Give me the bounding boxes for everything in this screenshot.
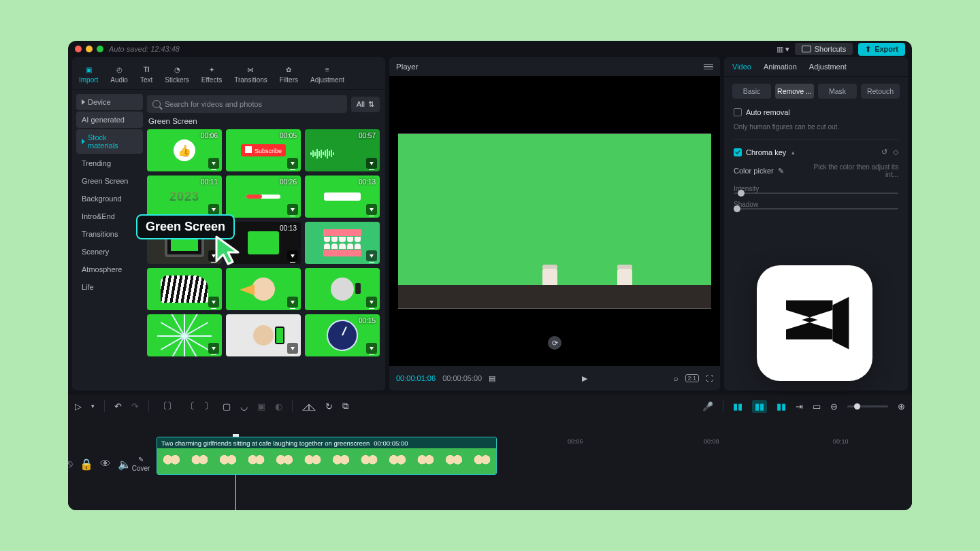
tab-animation[interactable]: Animation xyxy=(764,63,797,73)
thumb-doctor-phone[interactable] xyxy=(226,314,301,356)
intensity-slider[interactable] xyxy=(734,193,898,194)
mirror-icon[interactable]: ◿◺ xyxy=(302,401,316,412)
auto-removal-toggle[interactable]: Auto removal xyxy=(734,108,898,116)
sidebar-stock[interactable]: Stock materials xyxy=(76,129,143,154)
compare-icon[interactable]: ▤ xyxy=(489,374,495,383)
magnet-c-icon[interactable]: ▮▮ xyxy=(777,401,786,412)
group-icon[interactable]: ▣ xyxy=(257,401,265,412)
sidebar-item-transitions[interactable]: Transitions xyxy=(76,226,143,242)
tab-video[interactable]: Video xyxy=(732,63,751,73)
play-button[interactable]: ▶ xyxy=(582,374,587,383)
download-icon[interactable] xyxy=(366,204,377,215)
undo-icon[interactable]: ↶ xyxy=(114,401,122,412)
download-icon[interactable] xyxy=(208,204,219,215)
sidebar-item-trending[interactable]: Trending xyxy=(76,155,143,171)
seg-remove[interactable]: Remove ... xyxy=(775,84,814,99)
thumb-burst[interactable] xyxy=(147,314,222,356)
redo-icon[interactable]: ↷ xyxy=(131,401,139,412)
minimize-window-button[interactable] xyxy=(86,46,93,52)
marker-icon[interactable]: ◡ xyxy=(240,401,248,412)
tab-adjustment[interactable]: ≡Adjustment xyxy=(310,61,344,89)
zoom-in-icon[interactable]: ⊕ xyxy=(898,401,905,412)
download-icon[interactable] xyxy=(208,158,219,169)
thumb-like[interactable]: 00:06👍 xyxy=(147,129,222,171)
download-icon[interactable] xyxy=(366,158,377,169)
export-button[interactable]: ⬆ Export xyxy=(858,43,905,56)
refresh-icon[interactable]: ⟳ xyxy=(548,336,561,350)
sidebar-item-atmosphere[interactable]: Atmosphere xyxy=(76,261,143,278)
player-stage[interactable]: ⟳ xyxy=(389,76,720,366)
sidebar-item-life[interactable]: Life xyxy=(76,279,143,295)
link-icon[interactable]: ⎋ xyxy=(68,458,73,470)
download-icon[interactable] xyxy=(366,343,377,354)
timeline-tracks[interactable]: 00:00 00:02 00:04 00:06 00:08 00:10 Two … xyxy=(152,418,912,510)
player-menu-icon[interactable] xyxy=(704,64,713,70)
download-icon[interactable] xyxy=(287,250,298,261)
download-icon[interactable] xyxy=(287,343,298,354)
preview-icon[interactable]: ▭ xyxy=(813,401,821,412)
thumb-clock[interactable]: 00:15 xyxy=(305,314,380,356)
tab-filters[interactable]: ✿Filters xyxy=(280,61,298,89)
thumb-bar[interactable]: 00:26 xyxy=(226,176,301,218)
thumb-2023[interactable]: 00:112023 xyxy=(147,176,222,218)
eyedropper-icon[interactable]: ✎ xyxy=(778,167,784,176)
download-icon[interactable] xyxy=(287,204,298,215)
filter-all-button[interactable]: All⇅ xyxy=(351,97,380,112)
tab-audio[interactable]: ◴Audio xyxy=(110,61,128,89)
shortcuts-button[interactable]: Shortcuts xyxy=(795,43,853,55)
tab-transitions[interactable]: ⋈Transitions xyxy=(234,61,267,89)
zoom-out-icon[interactable]: ⊖ xyxy=(830,401,838,412)
reverse-icon[interactable]: ◐ xyxy=(275,401,282,412)
sidebar-item-background[interactable]: Background xyxy=(76,190,143,207)
sidebar-device[interactable]: Device xyxy=(76,94,143,110)
close-window-button[interactable] xyxy=(75,46,82,52)
crop2-icon[interactable]: ⧉ xyxy=(342,401,348,412)
tab-effects[interactable]: ✦Effects xyxy=(201,61,222,89)
trim-left-icon[interactable]: 〔 xyxy=(186,400,195,412)
download-icon[interactable] xyxy=(208,297,219,307)
zoom-slider[interactable] xyxy=(847,405,888,407)
keyframe-icon[interactable]: ◇ xyxy=(893,148,898,156)
align-icon[interactable]: ⇥ xyxy=(796,401,803,412)
sidebar-ai[interactable]: AI generated xyxy=(76,112,143,128)
sidebar-item-greenscreen[interactable]: Green Screen xyxy=(76,173,143,189)
sidebar-item-introend[interactable]: Intro&End xyxy=(76,208,143,224)
download-icon[interactable] xyxy=(287,297,298,307)
chroma-key-toggle[interactable]: Chroma key ▴ xyxy=(734,148,795,156)
trim-right-icon[interactable]: 〕 xyxy=(204,400,213,412)
chevron-down-icon[interactable]: ▾ xyxy=(91,403,95,410)
download-icon[interactable] xyxy=(287,158,298,169)
tab-adjustment-insp[interactable]: Adjustment xyxy=(809,63,847,73)
reset-icon[interactable]: ↺ xyxy=(881,148,887,156)
magnet-b-icon[interactable]: ▮▮ xyxy=(752,400,767,413)
aspect-ratio[interactable]: 2:1 xyxy=(685,374,700,382)
pointer-tool-icon[interactable]: ▷ xyxy=(75,401,82,412)
mic-icon[interactable]: 🎤 xyxy=(702,401,713,412)
sidebar-item-scenery[interactable]: Scenery xyxy=(76,244,143,260)
seg-retouch[interactable]: Retouch xyxy=(861,84,900,99)
seg-basic[interactable]: Basic xyxy=(732,84,771,99)
tab-stickers[interactable]: ◔Stickers xyxy=(165,61,189,89)
thumb-zebra[interactable] xyxy=(147,268,222,310)
thumb-person-pizza[interactable] xyxy=(226,268,301,310)
search-input[interactable]: Search for videos and photos xyxy=(147,95,347,113)
crop-icon[interactable]: ▢ xyxy=(223,401,231,412)
download-icon[interactable] xyxy=(366,250,377,261)
thumb-audiowave[interactable]: 00:57 xyxy=(305,129,380,171)
thumb-person-phone[interactable] xyxy=(305,268,380,310)
eye-icon[interactable]: 👁 xyxy=(100,458,111,470)
cover-button[interactable]: ✎ Cover xyxy=(129,418,152,510)
lock-icon[interactable]: 🔒 xyxy=(80,458,93,471)
fullscreen-icon[interactable]: ⛶ xyxy=(706,374,713,382)
split-icon[interactable]: 〔〕 xyxy=(159,400,176,412)
download-icon[interactable] xyxy=(208,343,219,354)
timeline-clip[interactable]: Two charming girlfriends sitting at cafe… xyxy=(157,437,497,475)
rotate-icon[interactable]: ↻ xyxy=(325,401,333,412)
tab-import[interactable]: ▣Import xyxy=(79,61,98,89)
focus-icon[interactable]: ⌕ xyxy=(674,374,679,382)
magnet-a-icon[interactable]: ▮▮ xyxy=(733,401,742,412)
layout-icon[interactable]: ▥ ▾ xyxy=(777,45,789,54)
thumb-teeth[interactable] xyxy=(305,222,380,264)
maximize-window-button[interactable] xyxy=(97,46,103,52)
tab-text[interactable]: TIText xyxy=(140,61,152,89)
